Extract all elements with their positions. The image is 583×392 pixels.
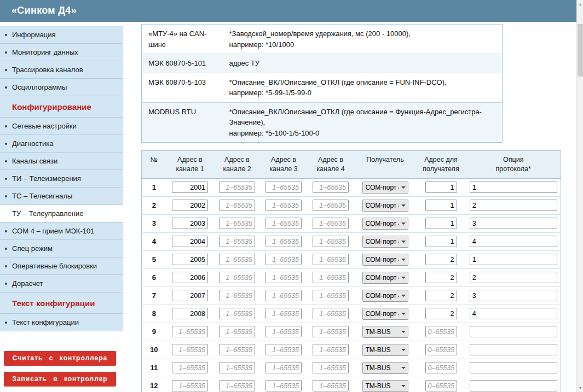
receiver-address-input[interactable] bbox=[425, 236, 457, 247]
channel3-address-input[interactable] bbox=[265, 218, 302, 229]
channel3-address-input[interactable] bbox=[265, 380, 302, 391]
scroll-down-icon[interactable]: ▼ bbox=[577, 386, 583, 390]
sidebar-item[interactable]: ТУ – Телеуправление bbox=[0, 205, 123, 223]
receiver-select[interactable]: TM-BUS bbox=[362, 326, 408, 338]
channel2-address-input[interactable] bbox=[219, 362, 255, 373]
receiver-address-input[interactable] bbox=[425, 218, 457, 229]
channel1-address-input[interactable] bbox=[172, 290, 208, 301]
receiver-select[interactable]: TM-BUS bbox=[362, 380, 408, 392]
sidebar-item[interactable]: Оперативные блокировки bbox=[0, 258, 123, 275]
channel4-address-input[interactable] bbox=[313, 290, 349, 301]
channel4-address-input[interactable] bbox=[313, 308, 349, 319]
channel1-address-input[interactable] bbox=[172, 236, 208, 247]
sidebar-item[interactable]: Дорасчет bbox=[0, 275, 123, 292]
channel2-address-input[interactable] bbox=[219, 254, 255, 265]
sidebar-item[interactable]: Диагностика bbox=[0, 135, 123, 153]
sidebar-item[interactable]: Конфигурирование bbox=[0, 96, 123, 118]
channel1-address-input[interactable] bbox=[172, 182, 208, 193]
protocol-option-input[interactable] bbox=[470, 380, 557, 391]
sidebar-item[interactable]: Информация bbox=[0, 26, 123, 44]
channel4-address-input[interactable] bbox=[313, 254, 349, 265]
scrollbar-thumb[interactable] bbox=[578, 24, 583, 77]
protocol-option-input[interactable] bbox=[470, 236, 557, 247]
receiver-address-input[interactable] bbox=[425, 362, 457, 373]
channel2-address-input[interactable] bbox=[219, 290, 255, 301]
sidebar-item[interactable]: Трассировка каналов bbox=[0, 61, 123, 79]
protocol-option-input[interactable] bbox=[470, 218, 557, 229]
protocol-option-input[interactable] bbox=[470, 308, 557, 319]
receiver-address-input[interactable] bbox=[425, 308, 457, 319]
channel2-address-input[interactable] bbox=[219, 272, 255, 283]
channel4-address-input[interactable] bbox=[313, 344, 349, 355]
protocol-option-input[interactable] bbox=[470, 200, 557, 211]
sidebar-item[interactable]: Мониторинг данных bbox=[0, 44, 123, 61]
receiver-select[interactable]: TM-BUS bbox=[362, 362, 408, 374]
channel1-address-input[interactable] bbox=[172, 344, 208, 355]
protocol-option-input[interactable] bbox=[470, 362, 557, 373]
channel3-address-input[interactable] bbox=[265, 200, 302, 211]
channel3-address-input[interactable] bbox=[265, 308, 302, 319]
receiver-address-input[interactable] bbox=[425, 200, 457, 211]
channel1-address-input[interactable] bbox=[172, 218, 208, 229]
sidebar-item[interactable]: Сетевые настройки bbox=[0, 118, 123, 135]
channel3-address-input[interactable] bbox=[265, 344, 302, 355]
sidebar-item[interactable]: СОМ 4 – прием МЭК-101 bbox=[0, 223, 123, 240]
channel3-address-input[interactable] bbox=[265, 182, 302, 193]
channel3-address-input[interactable] bbox=[265, 236, 302, 247]
receiver-select[interactable]: СОМ-порт 4 bbox=[362, 254, 408, 266]
channel1-address-input[interactable] bbox=[172, 200, 208, 211]
receiver-select[interactable]: СОМ-порт 4 bbox=[362, 182, 408, 194]
channel2-address-input[interactable] bbox=[219, 308, 255, 319]
protocol-option-input[interactable] bbox=[470, 326, 557, 337]
channel1-address-input[interactable] bbox=[172, 254, 208, 265]
channel1-address-input[interactable] bbox=[172, 380, 208, 391]
channel4-address-input[interactable] bbox=[313, 236, 349, 247]
channel1-address-input[interactable] bbox=[172, 326, 208, 337]
receiver-select[interactable]: СОМ-порт 4 bbox=[362, 200, 408, 212]
receiver-select[interactable]: СОМ-порт 4 bbox=[362, 308, 408, 320]
protocol-option-input[interactable] bbox=[470, 344, 557, 355]
receiver-address-input[interactable] bbox=[425, 326, 457, 337]
channel4-address-input[interactable] bbox=[313, 326, 349, 337]
channel2-address-input[interactable] bbox=[219, 236, 255, 247]
channel2-address-input[interactable] bbox=[219, 380, 255, 391]
channel4-address-input[interactable] bbox=[313, 182, 349, 193]
channel2-address-input[interactable] bbox=[219, 200, 255, 211]
channel3-address-input[interactable] bbox=[265, 254, 302, 265]
sidebar-item[interactable]: Осциллограммы bbox=[0, 79, 123, 96]
receiver-select[interactable]: СОМ-порт 4 bbox=[362, 218, 408, 230]
channel2-address-input[interactable] bbox=[219, 344, 255, 355]
channel4-address-input[interactable] bbox=[313, 272, 349, 283]
receiver-address-input[interactable] bbox=[425, 380, 457, 391]
protocol-option-input[interactable] bbox=[470, 182, 557, 193]
channel1-address-input[interactable] bbox=[172, 308, 208, 319]
receiver-address-input[interactable] bbox=[425, 290, 457, 301]
channel3-address-input[interactable] bbox=[265, 272, 302, 283]
sidebar-item[interactable]: ТС – Телесигналы bbox=[0, 188, 123, 205]
receiver-select[interactable]: СОМ-порт 4 bbox=[362, 272, 408, 284]
sidebar-item[interactable]: ТИ – Телеизмерения bbox=[0, 170, 123, 188]
channel2-address-input[interactable] bbox=[219, 182, 255, 193]
protocol-option-input[interactable] bbox=[470, 272, 557, 283]
sidebar-item[interactable]: Текст конфигурации bbox=[0, 292, 123, 314]
protocol-option-input[interactable] bbox=[470, 290, 557, 301]
scroll-up-icon[interactable]: ▲ bbox=[577, 2, 583, 6]
channel2-address-input[interactable] bbox=[219, 326, 255, 337]
protocol-option-input[interactable] bbox=[470, 254, 557, 265]
receiver-select[interactable]: СОМ-порт 4 bbox=[362, 290, 408, 302]
receiver-address-input[interactable] bbox=[425, 254, 457, 265]
receiver-address-input[interactable] bbox=[425, 272, 457, 283]
vertical-scrollbar[interactable]: ▲ ▼ bbox=[576, 0, 583, 392]
channel1-address-input[interactable] bbox=[172, 362, 208, 373]
receiver-address-input[interactable] bbox=[425, 344, 457, 355]
receiver-select[interactable]: TM-BUS bbox=[362, 344, 408, 356]
channel4-address-input[interactable] bbox=[313, 218, 349, 229]
write-to-controller-button[interactable]: Записать в контроллер bbox=[4, 372, 116, 387]
channel4-address-input[interactable] bbox=[313, 380, 349, 391]
channel2-address-input[interactable] bbox=[219, 218, 255, 229]
channel1-address-input[interactable] bbox=[172, 272, 208, 283]
receiver-select[interactable]: СОМ-порт 4 bbox=[362, 236, 408, 248]
channel3-address-input[interactable] bbox=[265, 326, 302, 337]
channel4-address-input[interactable] bbox=[313, 362, 349, 373]
sidebar-item[interactable]: Каналы связи bbox=[0, 153, 123, 170]
